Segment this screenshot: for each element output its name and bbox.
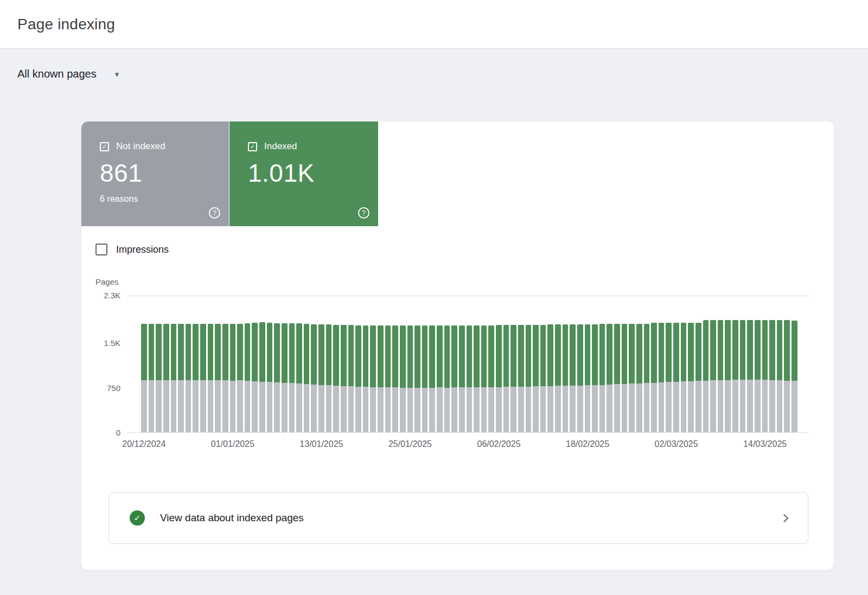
chart-bar[interactable]	[533, 325, 539, 432]
chart-bar[interactable]	[437, 325, 443, 432]
chart-bar[interactable]	[459, 325, 465, 432]
chart-bar[interactable]	[673, 323, 679, 432]
chart-bar[interactable]	[585, 324, 591, 432]
checkbox-checked-icon[interactable]: ✓	[248, 142, 257, 151]
chart-bar[interactable]	[481, 325, 487, 432]
chart-bar[interactable]	[703, 320, 709, 432]
chart-bar[interactable]	[414, 325, 420, 432]
chart-bar[interactable]	[171, 324, 177, 432]
chart-bar[interactable]	[178, 324, 184, 432]
chart-bar[interactable]	[695, 323, 701, 432]
chart-bar[interactable]	[503, 325, 509, 432]
chart-bar[interactable]	[659, 323, 665, 432]
chart-bar[interactable]	[769, 320, 775, 432]
chart-bar[interactable]	[510, 325, 516, 432]
chart-bar[interactable]	[215, 324, 221, 432]
chart-bar[interactable]	[577, 324, 583, 432]
chart-bar[interactable]	[318, 324, 324, 432]
chart-bar[interactable]	[718, 320, 724, 432]
chart-bar[interactable]	[710, 320, 716, 432]
chart-bar[interactable]	[289, 323, 295, 432]
chart-bar[interactable]	[629, 324, 635, 432]
chart-bar[interactable]	[267, 323, 273, 432]
chart-bar[interactable]	[636, 324, 642, 432]
chart-bar[interactable]	[740, 320, 746, 432]
chart-bar[interactable]	[252, 323, 258, 432]
chart-bar[interactable]	[614, 324, 620, 432]
chart-bar[interactable]	[784, 320, 790, 432]
chart-bar[interactable]	[651, 323, 657, 432]
chart-bar[interactable]	[282, 323, 288, 432]
chart-bar[interactable]	[163, 324, 169, 432]
chart-bar[interactable]	[326, 324, 332, 432]
chart-bar[interactable]	[259, 322, 265, 432]
chart-bar[interactable]	[444, 325, 450, 432]
chart-bar[interactable]	[496, 325, 502, 432]
chart-bar[interactable]	[451, 325, 457, 432]
chart-bar[interactable]	[467, 325, 473, 432]
chart-bar[interactable]	[622, 324, 628, 432]
chart-bar[interactable]	[141, 324, 147, 432]
chart-bar[interactable]	[488, 325, 494, 432]
chart-bar[interactable]	[666, 323, 672, 432]
chart-bar[interactable]	[370, 325, 376, 432]
chart-bar[interactable]	[725, 320, 731, 432]
chart-bar[interactable]	[755, 320, 761, 432]
chart-bar[interactable]	[429, 325, 435, 432]
chart-bar[interactable]	[363, 325, 369, 432]
chart-bar[interactable]	[762, 320, 768, 432]
chart-bar[interactable]	[200, 324, 206, 432]
chart-bar[interactable]	[607, 324, 612, 432]
impressions-checkbox[interactable]	[95, 244, 107, 255]
chart-bar[interactable]	[149, 324, 155, 432]
chart-bar[interactable]	[230, 324, 236, 432]
chart-bar[interactable]	[245, 323, 251, 432]
chart-bar[interactable]	[747, 320, 753, 432]
chart-bar[interactable]	[526, 325, 532, 432]
chart-bar[interactable]	[570, 324, 576, 432]
chart-bar[interactable]	[385, 325, 391, 432]
chart-bar[interactable]	[555, 324, 561, 432]
help-icon[interactable]: ?	[209, 207, 220, 219]
chart-bar[interactable]	[186, 324, 192, 432]
chart-bar[interactable]	[193, 324, 199, 432]
chart-bar[interactable]	[355, 325, 361, 432]
chart-bar[interactable]	[237, 324, 243, 432]
chart-bar[interactable]	[474, 325, 480, 432]
view-indexed-pages-link[interactable]: ✓ View data about indexed pages	[108, 492, 808, 544]
chart-bar[interactable]	[599, 324, 605, 432]
chart-bar[interactable]	[681, 323, 687, 432]
chart-bar[interactable]	[378, 325, 384, 432]
chart-bar[interactable]	[563, 324, 569, 432]
not-indexed-segment	[688, 381, 694, 432]
chart-bar[interactable]	[392, 325, 398, 432]
chart-bar[interactable]	[777, 320, 783, 432]
chart-bar[interactable]	[422, 325, 428, 432]
all-known-pages-dropdown[interactable]: All known pages ▾	[17, 68, 119, 80]
chart-bar[interactable]	[540, 325, 546, 432]
chart-bar[interactable]	[296, 323, 302, 432]
chart-bar[interactable]	[333, 325, 339, 432]
indexed-box[interactable]: ✓ Indexed 1.01K ?	[229, 121, 378, 226]
chart-bar[interactable]	[156, 324, 162, 432]
chart-bar[interactable]	[341, 325, 347, 432]
chart-bar[interactable]	[274, 323, 280, 432]
chart-bar[interactable]	[400, 325, 406, 432]
chart-bar[interactable]	[208, 324, 214, 432]
chart-bar[interactable]	[732, 320, 738, 432]
chart-bar[interactable]	[222, 324, 228, 432]
not-indexed-box[interactable]: ✓ Not indexed 861 6 reasons ?	[81, 121, 229, 226]
chart-bar[interactable]	[688, 323, 694, 432]
chart-bar[interactable]	[311, 324, 317, 432]
impressions-toggle[interactable]: Impressions	[95, 242, 169, 257]
checkbox-checked-icon[interactable]: ✓	[100, 142, 109, 151]
chart-bar[interactable]	[644, 324, 650, 432]
chart-bar[interactable]	[592, 324, 598, 432]
chart-bar[interactable]	[348, 325, 354, 432]
chart-bar[interactable]	[547, 324, 553, 432]
chart-bar[interactable]	[304, 324, 310, 432]
help-icon[interactable]: ?	[358, 207, 369, 219]
chart-bar[interactable]	[518, 325, 524, 432]
chart-bar[interactable]	[407, 325, 413, 432]
chart-bar[interactable]	[792, 321, 797, 432]
